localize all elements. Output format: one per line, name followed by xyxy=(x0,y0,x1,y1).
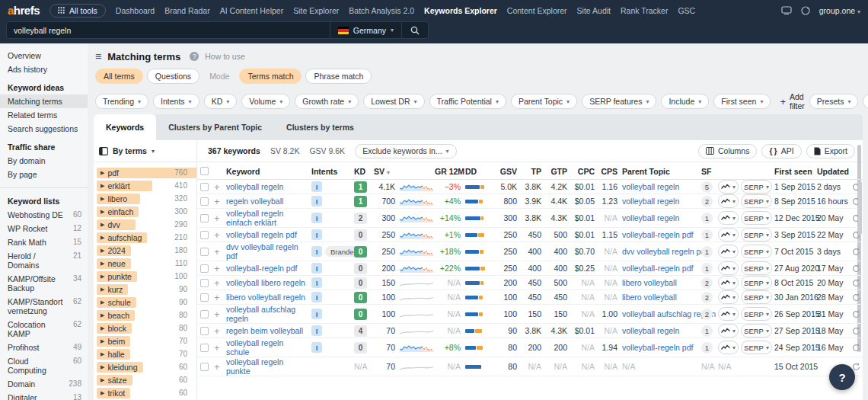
serp-button[interactable]: SERP▾ xyxy=(741,228,772,242)
col-header-first-seen[interactable]: First seen xyxy=(774,167,817,176)
position-history-button[interactable]: ▾ xyxy=(718,211,739,225)
add-to-list-button[interactable]: + xyxy=(214,277,226,289)
api-button[interactable]: { }API xyxy=(761,144,801,158)
col-header-cpc[interactable]: CPC xyxy=(572,167,599,176)
by-terms-dropdown[interactable]: By terms ▾ xyxy=(94,146,196,155)
nav-item-content-explorer[interactable]: Content Explorer xyxy=(507,6,567,15)
add-to-list-button[interactable]: + xyxy=(214,181,226,193)
expand-caret-icon[interactable]: ▶ xyxy=(101,261,104,267)
position-history-button[interactable]: ▾ xyxy=(718,228,739,242)
expand-caret-icon[interactable]: ▶ xyxy=(101,235,104,241)
refresh-icon[interactable] xyxy=(852,279,863,287)
add-to-list-button[interactable]: + xyxy=(214,213,226,224)
serp-button[interactable]: SERP▾ xyxy=(741,194,772,208)
add-to-list-button[interactable]: + xyxy=(214,325,226,337)
position-history-button[interactable]: ▾ xyxy=(718,261,739,275)
chip-phrase-match[interactable]: Phrase match xyxy=(305,69,372,84)
col-header-kd[interactable]: KD xyxy=(354,167,374,176)
refresh-icon[interactable] xyxy=(852,293,863,302)
expand-caret-icon[interactable]: ▶ xyxy=(101,170,104,176)
position-history-button[interactable]: ▾ xyxy=(718,324,739,338)
expand-caret-icon[interactable]: ▶ xyxy=(101,196,104,202)
expand-caret-icon[interactable]: ▶ xyxy=(101,351,104,357)
col-header-updated[interactable]: Updated xyxy=(817,167,852,176)
parent-topic-link[interactable]: volleyball-regeln pdf xyxy=(622,230,693,239)
add-filter-button[interactable]: +Add filter xyxy=(780,92,804,110)
serp-button[interactable]: SERP▾ xyxy=(741,211,772,225)
add-to-list-button[interactable]: + xyxy=(214,292,226,303)
filter-intents[interactable]: Intents▾ xyxy=(153,94,199,109)
keyword-link[interactable]: volleyball regeln punkte xyxy=(226,354,283,379)
serp-button[interactable]: SERP▾ xyxy=(741,180,772,194)
term-bar-kleidung[interactable]: ▶kleidung xyxy=(97,362,143,373)
nav-item-dashboard[interactable]: Dashboard xyxy=(116,6,155,15)
keyword-list-item[interactable]: Domain238 xyxy=(0,377,88,391)
parent-topic-link[interactable]: libero volleyball xyxy=(622,293,677,302)
col-header-intents[interactable]: Intents xyxy=(311,167,354,176)
filter-traffic-potential[interactable]: Traffic Potential▾ xyxy=(429,94,506,109)
col-header-parent-topic[interactable]: Parent Topic xyxy=(622,167,701,176)
ahrefs-logo[interactable]: ahrefs xyxy=(8,4,40,17)
term-bar-neue[interactable]: ▶neue xyxy=(97,258,131,269)
nav-item-batch-analysis-2-0[interactable]: Batch Analysis 2.0 xyxy=(349,6,414,15)
chip-all-terms[interactable]: All terms xyxy=(95,69,143,84)
col-header-gtp[interactable]: GTP xyxy=(546,167,572,176)
help-fab-button[interactable]: ? xyxy=(829,364,855,390)
keyword-list-item[interactable]: WP Rocket12 xyxy=(0,222,88,235)
refresh-icon[interactable] xyxy=(852,363,863,371)
keyword-list-item[interactable]: Digitaler Postkasten13 xyxy=(0,391,88,400)
term-bar-beach[interactable]: ▶beach xyxy=(97,310,135,321)
add-to-list-button[interactable]: + xyxy=(214,309,226,320)
filter-parent-topic[interactable]: Parent Topic▾ xyxy=(511,94,577,109)
sidebar-item-overview[interactable]: Overview xyxy=(0,49,88,62)
chip-questions[interactable]: Questions xyxy=(147,69,199,84)
refresh-icon[interactable] xyxy=(852,344,863,352)
expand-caret-icon[interactable]: ▶ xyxy=(101,377,104,383)
tab-clusters-by-parent-topic[interactable]: Clusters by Parent Topic xyxy=(156,114,274,140)
expand-caret-icon[interactable]: ▶ xyxy=(101,248,104,254)
parent-topic-link[interactable]: volleyball regeln xyxy=(622,182,679,191)
filter-first-seen[interactable]: First seen▾ xyxy=(713,94,771,109)
keyword-list-item[interactable]: KAMP/Offsite Backup34 xyxy=(0,272,88,295)
row-checkbox[interactable] xyxy=(200,197,209,206)
parent-topic-link[interactable]: dvv volleyball regeln pdf xyxy=(622,247,707,256)
term-bar-aufschlag[interactable]: ▶aufschlag xyxy=(97,232,147,243)
keyword-search-bar[interactable]: volleyball regeln Germany ▾ xyxy=(6,21,429,39)
tab-keywords[interactable]: Keywords xyxy=(94,114,156,140)
col-header-cps[interactable]: CPS xyxy=(599,167,622,176)
position-history-button[interactable]: ▾ xyxy=(718,341,739,354)
col-header-sv[interactable]: SV ▾ xyxy=(374,167,400,176)
presets-button[interactable]: Presets▾ xyxy=(809,94,859,109)
refresh-icon[interactable] xyxy=(852,327,863,335)
keyword-link[interactable]: volleyball libero regeln xyxy=(226,275,308,290)
all-tools-button[interactable]: All tools xyxy=(49,4,106,18)
expand-caret-icon[interactable]: ▶ xyxy=(101,299,104,306)
nav-item-keywords-explorer[interactable]: Keywords Explorer xyxy=(424,6,497,15)
filter-growth-rate[interactable]: Growth rate▾ xyxy=(295,94,359,109)
expand-caret-icon[interactable]: ▶ xyxy=(101,312,104,318)
position-history-button[interactable]: ▾ xyxy=(718,276,739,290)
term-bar-schule[interactable]: ▶schule xyxy=(97,297,136,308)
keyword-list-item[interactable]: Herold / Domains21 xyxy=(0,249,88,272)
term-bar-block[interactable]: ▶block xyxy=(97,323,132,334)
serp-button[interactable]: SERP▾ xyxy=(741,276,772,290)
term-bar-erkl-rt[interactable]: ▶erklärt xyxy=(97,181,152,191)
term-bar-libero[interactable]: ▶libero xyxy=(97,194,140,204)
row-checkbox[interactable] xyxy=(200,279,209,287)
term-bar-s-tze[interactable]: ▶sätze xyxy=(97,375,132,386)
add-to-list-button[interactable]: + xyxy=(214,263,226,274)
exclude-keywords-button[interactable]: Exclude keywords in...▾ xyxy=(355,144,456,158)
add-to-list-button[interactable]: + xyxy=(214,246,226,258)
filter-include[interactable]: Include▾ xyxy=(661,94,709,109)
sidebar-item-search-suggestions[interactable]: Search suggestions xyxy=(0,122,88,136)
row-checkbox[interactable] xyxy=(200,310,209,318)
nav-item-ai-content-helper[interactable]: AI Content Helper xyxy=(220,6,283,15)
serp-button[interactable]: SERP▾ xyxy=(741,245,772,258)
keyword-list-item[interactable]: KAMP/Standortvernetzung62 xyxy=(0,295,88,318)
keyword-list-item[interactable]: Cloud Computing60 xyxy=(0,354,88,377)
columns-button[interactable]: Columns xyxy=(698,144,757,158)
account-menu[interactable]: group.one ▾ xyxy=(819,6,860,15)
how-to-use-link[interactable]: How to use xyxy=(205,52,245,61)
filter-volume[interactable]: Volume▾ xyxy=(241,94,290,109)
row-checkbox[interactable] xyxy=(200,231,209,239)
